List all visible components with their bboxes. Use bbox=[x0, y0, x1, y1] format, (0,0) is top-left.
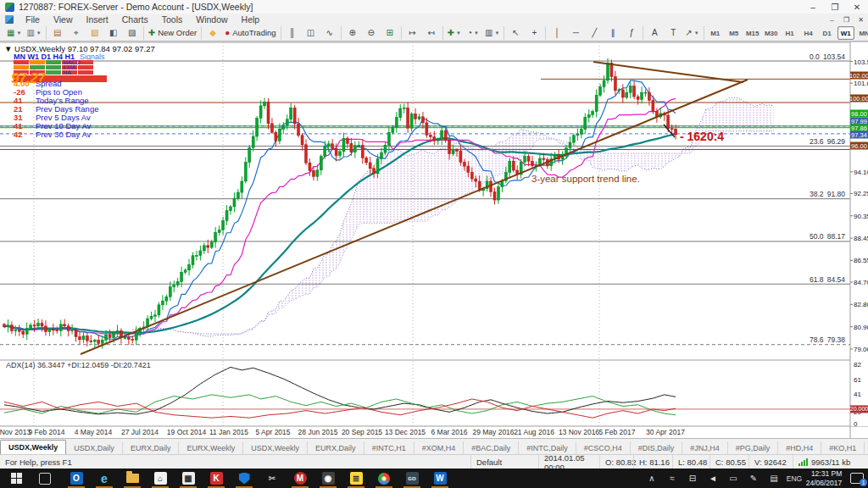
tab--dis-daily[interactable]: #DIS,Daily bbox=[631, 441, 683, 455]
market-watch-button[interactable]: ▤ bbox=[49, 26, 66, 41]
panel-splitter[interactable] bbox=[0, 358, 850, 361]
tab-usdx-weekly[interactable]: USDX,Weekly bbox=[0, 440, 66, 455]
store-icon[interactable]: ⌂ bbox=[147, 469, 173, 488]
tab--pg-daily[interactable]: #PG,Daily bbox=[728, 441, 779, 455]
tab--ko-h1[interactable]: #KO,H1 bbox=[821, 441, 865, 455]
volume-icon[interactable]: ◄ bbox=[704, 469, 722, 488]
tab-eurx-daily[interactable]: EURX,Daily bbox=[308, 441, 364, 455]
auto-scroll-button[interactable]: ↦ bbox=[404, 26, 421, 41]
bar-chart-button[interactable]: ║ bbox=[284, 26, 301, 41]
metatrader-icon[interactable]: M bbox=[287, 469, 313, 488]
profiles-button[interactable]: ▥▼ bbox=[25, 26, 42, 41]
taskbar-clock[interactable]: 12:31 PM24/06/2017 bbox=[804, 469, 844, 488]
crosshair-button[interactable]: + bbox=[526, 26, 542, 41]
tab--bac-daily[interactable]: #BAC,Daily bbox=[464, 441, 519, 455]
chart-window[interactable]: 0.0 103.5423.6 96.2938.2 91.8050.0 88.17… bbox=[0, 42, 868, 438]
keyboard-icon[interactable]: ▤ bbox=[765, 469, 783, 488]
zoom-in-button[interactable]: ⊕ bbox=[344, 26, 361, 41]
task-view-button[interactable] bbox=[32, 469, 58, 488]
action-center-button[interactable]: 1 bbox=[846, 469, 868, 488]
terminal-button[interactable]: ◧ bbox=[105, 26, 122, 41]
vertical-line-button[interactable]: │ bbox=[548, 26, 565, 41]
timeframe-w1[interactable]: W1 bbox=[837, 26, 854, 40]
candlestick-chart-button[interactable]: ◫ bbox=[303, 26, 320, 41]
tab--xom-h4[interactable]: #XOM,H4 bbox=[415, 441, 465, 455]
mdi-close-button[interactable]: ✕ bbox=[854, 14, 868, 25]
new-chart-button[interactable]: ▦▼ bbox=[5, 26, 23, 41]
menu-help[interactable]: Help bbox=[235, 14, 267, 25]
indicators-button[interactable]: ✚▼ bbox=[446, 26, 463, 41]
display-icon[interactable]: ⊟ bbox=[683, 469, 702, 488]
tab-eurx-daily[interactable]: EURX,Daily bbox=[123, 441, 180, 455]
horizontal-line-button[interactable]: ─ bbox=[567, 26, 584, 41]
autotrading-button[interactable]: ●AutoTrading bbox=[223, 26, 277, 41]
timeframe-h1[interactable]: H1 bbox=[782, 26, 798, 40]
menu-charts[interactable]: Charts bbox=[115, 14, 155, 25]
timeframe-mn[interactable]: MN bbox=[856, 26, 868, 40]
trendline-button[interactable]: ╱ bbox=[586, 26, 603, 41]
text-button[interactable]: A bbox=[646, 26, 663, 41]
tab-usdx-daily[interactable]: USDX,Daily bbox=[66, 441, 123, 455]
menu-window[interactable]: Window bbox=[189, 14, 234, 25]
menu-view[interactable]: View bbox=[47, 14, 80, 25]
pen-icon[interactable]: ✎ bbox=[744, 469, 763, 488]
minimize-button[interactable]: – bbox=[802, 0, 824, 14]
tab--t-h4[interactable]: #T,H4 bbox=[865, 441, 868, 455]
arrows-button[interactable]: ↗▼ bbox=[683, 26, 700, 41]
word-icon[interactable]: W bbox=[427, 469, 453, 488]
notes-icon[interactable]: ≣ bbox=[343, 469, 369, 488]
cursor-button[interactable]: ↖ bbox=[507, 26, 524, 41]
calculator-icon[interactable]: ▦ bbox=[175, 469, 201, 488]
chrome-icon[interactable] bbox=[371, 469, 397, 488]
timeframe-m30[interactable]: M30 bbox=[763, 26, 780, 40]
timeframe-m15[interactable]: M15 bbox=[744, 26, 761, 40]
maximize-button[interactable]: ❐ bbox=[824, 0, 846, 14]
text-label-button[interactable]: T bbox=[665, 26, 682, 41]
timeframe-d1[interactable]: D1 bbox=[819, 26, 836, 40]
mdi-minimize-button[interactable]: – bbox=[825, 14, 839, 25]
channel-button[interactable]: ∥ bbox=[604, 26, 621, 41]
timeframe-h4[interactable]: H4 bbox=[800, 26, 817, 40]
menu-file[interactable]: File bbox=[19, 14, 47, 25]
tab--intc-h1[interactable]: #INTC,H1 bbox=[364, 441, 415, 455]
go-app-icon[interactable]: GO bbox=[399, 469, 425, 488]
chevron-up-icon[interactable]: ∧ bbox=[643, 469, 661, 488]
line-chart-button[interactable]: ∿ bbox=[321, 26, 338, 41]
new-order-button[interactable]: ✚New Order bbox=[147, 26, 198, 41]
tab-usdx-weekly[interactable]: USDX,Weekly bbox=[243, 441, 308, 455]
app-k-icon[interactable]: K bbox=[203, 469, 229, 488]
edge-icon[interactable]: e bbox=[92, 469, 117, 488]
menu-tools[interactable]: Tools bbox=[155, 14, 190, 25]
menu-insert[interactable]: Insert bbox=[80, 14, 115, 25]
file-explorer-icon[interactable] bbox=[120, 469, 145, 488]
tab--jnj-h4[interactable]: #JNJ,H4 bbox=[682, 441, 728, 455]
close-button[interactable]: ✕ bbox=[846, 0, 868, 14]
defender-shield-icon[interactable] bbox=[231, 469, 257, 488]
camera-icon[interactable]: ◉ bbox=[315, 469, 341, 488]
timeframe-m1[interactable]: M1 bbox=[707, 26, 724, 40]
trendline-annotation[interactable]: 3-year support trend line. bbox=[531, 174, 640, 184]
outlook-icon[interactable]: O bbox=[64, 469, 89, 488]
language-indicator[interactable]: ENG bbox=[785, 469, 804, 488]
price-annotation[interactable]: - 1620:4 bbox=[680, 130, 724, 143]
tab-eurx-weekly[interactable]: EURX,Weekly bbox=[179, 441, 243, 455]
data-window-button[interactable]: ⌖ bbox=[68, 26, 85, 41]
snipping-tool-icon[interactable]: ✂ bbox=[259, 469, 285, 488]
fibonacci-button[interactable]: ƒ bbox=[623, 26, 640, 41]
navigator-button[interactable]: ▧ bbox=[86, 26, 103, 41]
price-chart[interactable]: 0.0 103.5423.6 96.2938.2 91.8050.0 88.17… bbox=[0, 42, 868, 438]
chart-shift-button[interactable]: ↤ bbox=[423, 26, 440, 41]
templates-button[interactable]: ▥▼ bbox=[483, 26, 501, 41]
battery-icon[interactable]: ▭ bbox=[724, 469, 743, 488]
chart-window-icon[interactable] bbox=[5, 15, 14, 24]
wifi-icon[interactable]: ≈ bbox=[663, 469, 682, 488]
tab--hd-h4[interactable]: #HD,H4 bbox=[778, 441, 821, 455]
tile-windows-button[interactable]: ⊞ bbox=[381, 26, 398, 41]
strategy-tester-button[interactable]: ▨ bbox=[124, 26, 141, 41]
periods-button[interactable]: ◔▼ bbox=[465, 26, 481, 41]
mdi-restore-button[interactable]: ❐ bbox=[839, 14, 854, 25]
start-button[interactable] bbox=[3, 469, 29, 488]
metaeditor-button[interactable]: ◆ bbox=[204, 26, 221, 41]
zoom-out-button[interactable]: ⊖ bbox=[363, 26, 380, 41]
timeframe-m5[interactable]: M5 bbox=[726, 26, 743, 40]
